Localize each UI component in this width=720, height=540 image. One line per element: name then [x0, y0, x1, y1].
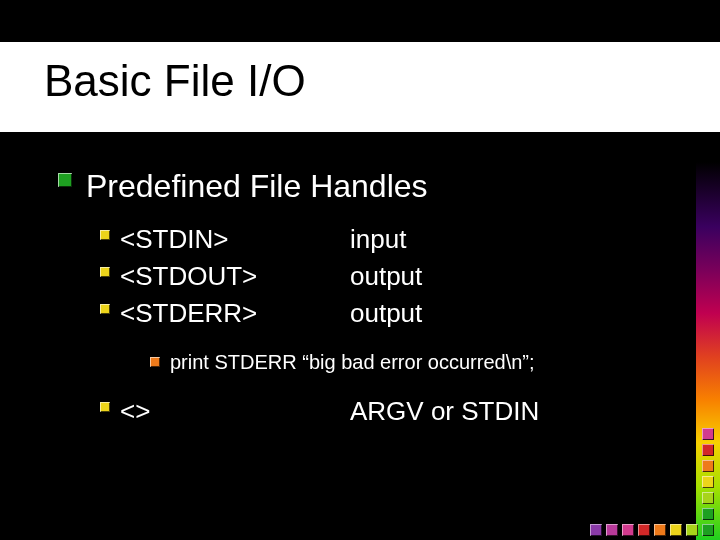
square-bullet-icon — [58, 173, 72, 187]
square-bullet-icon — [100, 304, 110, 314]
decoration-square — [702, 524, 714, 536]
decoration-square — [606, 524, 618, 536]
corner-vertical-strip — [702, 428, 714, 520]
decoration-square — [702, 444, 714, 456]
corner-horizontal-strip — [590, 524, 714, 536]
handle-row: <STDOUT> output — [100, 261, 658, 292]
decoration-square — [702, 428, 714, 440]
corner-decoration — [590, 428, 714, 536]
square-bullet-icon — [100, 402, 110, 412]
square-bullet-icon — [100, 267, 110, 277]
decoration-square — [622, 524, 634, 536]
handle-row: <> ARGV or STDIN — [100, 396, 658, 427]
decoration-square — [686, 524, 698, 536]
handle-desc: input — [350, 224, 406, 255]
handle-name: <STDIN> — [120, 224, 350, 255]
handle-name: <STDOUT> — [120, 261, 350, 292]
code-example: print STDERR “big bad error occurred\n”; — [170, 351, 535, 374]
section-heading: Predefined File Handles — [86, 166, 428, 206]
heading-row: Predefined File Handles — [58, 166, 658, 206]
decoration-square — [702, 460, 714, 472]
handle-desc: output — [350, 261, 422, 292]
slide: Basic File I/O Predefined File Handles <… — [0, 0, 720, 540]
handle-desc: output — [350, 298, 422, 329]
decoration-square — [702, 476, 714, 488]
decoration-square — [590, 524, 602, 536]
slide-body: Predefined File Handles <STDIN> input <S… — [58, 160, 658, 433]
decoration-square — [702, 492, 714, 504]
handle-row: <STDIN> input — [100, 224, 658, 255]
decoration-square — [654, 524, 666, 536]
decoration-square — [702, 508, 714, 520]
handle-desc: ARGV or STDIN — [350, 396, 539, 427]
title-band: Basic File I/O — [0, 42, 720, 132]
decoration-square — [670, 524, 682, 536]
handle-row: <STDERR> output — [100, 298, 658, 329]
handle-name: <> — [120, 396, 350, 427]
slide-title: Basic File I/O — [0, 42, 720, 106]
handle-name: <STDERR> — [120, 298, 350, 329]
example-row: print STDERR “big bad error occurred\n”; — [150, 351, 658, 374]
square-bullet-icon — [100, 230, 110, 240]
decoration-square — [638, 524, 650, 536]
square-bullet-icon — [150, 357, 160, 367]
